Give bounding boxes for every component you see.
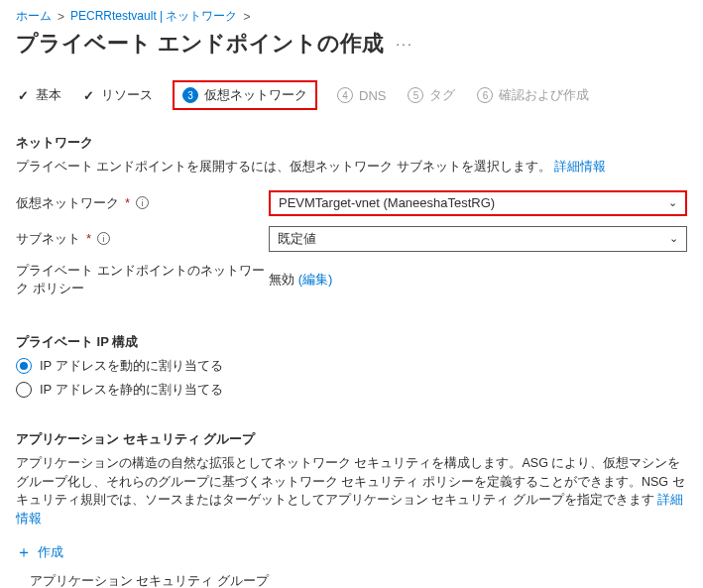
policy-label: プライベート エンドポイントのネットワーク ポリシー [16,262,269,297]
vnet-select[interactable]: PEVMTarget-vnet (ManeeshaTestRG) ⌄ [269,190,687,216]
vnet-label: 仮想ネットワーク [16,194,119,212]
subnet-select-value: 既定値 [278,230,316,248]
vnet-select-value: PEVMTarget-vnet (ManeeshaTestRG) [279,195,495,210]
policy-edit-link[interactable]: (編集) [298,272,333,287]
wizard-tabs: ✓ 基本 ✓ リソース 3 仮想ネットワーク 4 DNS 5 タグ 6 確認およ… [16,80,687,110]
radio-static-label: IP アドレスを静的に割り当てる [40,381,223,399]
tab-review-label: 確認および作成 [499,86,589,104]
radio-dynamic-label: IP アドレスを動的に割り当てる [40,357,223,375]
asg-helper-text: アプリケーションの構造の自然な拡張としてネットワーク セキュリティを構成します。… [16,456,685,508]
tab-resource[interactable]: ✓ リソース [81,82,155,108]
step-number-icon: 6 [477,87,493,103]
plus-icon: ＋ [16,542,32,563]
section-ipconfig-heading: プライベート IP 構成 [16,333,687,351]
info-icon[interactable]: i [136,196,149,209]
breadcrumb-vault[interactable]: PECRRtestvault | ネットワーク [70,8,237,25]
asg-table-header: アプリケーション セキュリティ グループ [30,573,687,588]
more-actions-icon[interactable]: ··· [396,36,413,52]
check-icon: ✓ [18,88,30,103]
breadcrumb-sep-1: > [58,10,64,24]
check-icon: ✓ [83,88,95,103]
section-asg-heading: アプリケーション セキュリティ グループ [16,430,687,448]
tab-virtual-network[interactable]: 3 仮想ネットワーク [173,80,317,110]
tab-dns-label: DNS [359,88,386,103]
required-indicator: * [125,195,130,210]
required-indicator: * [86,231,91,246]
tab-basics[interactable]: ✓ 基本 [16,82,63,108]
asg-create-button[interactable]: ＋ 作成 [16,542,687,563]
radio-icon [16,358,32,374]
chevron-down-icon: ⌄ [668,196,677,209]
tab-tags-label: タグ [429,86,455,104]
breadcrumb: ホーム > PECRRtestvault | ネットワーク > [16,8,687,25]
asg-helper: アプリケーションの構造の自然な拡張としてネットワーク セキュリティを構成します。… [16,454,687,529]
radio-dynamic-ip[interactable]: IP アドレスを動的に割り当てる [16,357,687,375]
step-number-icon: 4 [337,87,353,103]
subnet-select[interactable]: 既定値 ⌄ [269,226,687,252]
tab-review: 6 確認および作成 [475,82,591,108]
tab-resource-label: リソース [101,86,153,104]
network-helper-text: プライベート エンドポイントを展開するには、仮想ネットワーク サブネットを選択し… [16,160,551,174]
chevron-down-icon: ⌄ [669,232,678,245]
policy-value: 無効 [269,272,294,287]
subnet-label: サブネット [16,230,80,248]
breadcrumb-home[interactable]: ホーム [16,8,52,25]
asg-create-label: 作成 [38,543,63,561]
step-number-icon: 3 [182,87,198,103]
page-title: プライベート エンドポイントの作成 [16,29,384,59]
radio-static-ip[interactable]: IP アドレスを静的に割り当てる [16,381,687,399]
network-helper: プライベート エンドポイントを展開するには、仮想ネットワーク サブネットを選択し… [16,158,687,176]
info-icon[interactable]: i [97,232,110,245]
radio-icon [16,382,32,398]
tab-dns: 4 DNS [335,83,388,107]
network-learn-more-link[interactable]: 詳細情報 [554,160,606,174]
tab-basics-label: 基本 [36,86,61,104]
step-number-icon: 5 [408,87,423,103]
tab-vnet-label: 仮想ネットワーク [204,86,307,104]
breadcrumb-sep-2: > [244,10,251,24]
section-network-heading: ネットワーク [16,134,687,152]
tab-tags: 5 タグ [406,82,457,108]
